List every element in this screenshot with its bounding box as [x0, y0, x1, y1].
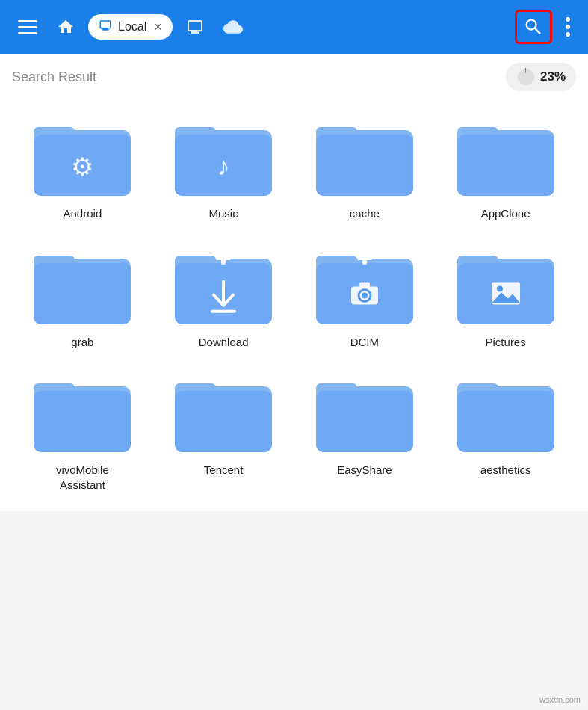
folder-name: grab: [71, 335, 93, 350]
folder-item[interactable]: AppClone: [435, 103, 576, 232]
folder-name: Tencent: [204, 463, 244, 478]
folder-name: cache: [350, 206, 380, 221]
svg-rect-17: [457, 135, 554, 196]
folder-icon-wrap: [175, 373, 272, 455]
folder-shape: [34, 245, 131, 327]
svg-marker-31: [357, 248, 372, 260]
folder-shape: [34, 373, 131, 455]
folder-icon-wrap: [457, 245, 554, 327]
folder-item[interactable]: ⚙ Android: [12, 103, 153, 232]
svg-point-5: [522, 73, 530, 81]
search-result-label: Search Result: [12, 70, 96, 85]
tab-computer-icon: [99, 19, 112, 35]
folder-overlay-icon: [208, 278, 239, 321]
svg-point-0: [566, 17, 570, 22]
folder-shape: [316, 373, 413, 455]
nav-screen-icon[interactable]: [180, 12, 210, 42]
svg-point-1: [566, 25, 570, 29]
folder-item[interactable]: cache: [294, 103, 436, 232]
folder-item[interactable]: aesthetics: [435, 359, 576, 502]
svg-rect-51: [316, 391, 413, 452]
folder-item[interactable]: ♪ Music: [153, 103, 294, 232]
folder-item[interactable]: Tencent: [153, 359, 294, 502]
folder-name: vivoMobile Assistant: [56, 463, 109, 492]
folder-shape: [457, 373, 554, 455]
watermark: wsxdn.com: [539, 695, 581, 704]
svg-point-35: [362, 292, 368, 298]
folder-icon-wrap: [457, 373, 554, 455]
folder-name: Pictures: [486, 335, 526, 350]
svg-rect-48: [175, 391, 272, 452]
cloud-icon[interactable]: [217, 11, 249, 43]
folder-icon-wrap: [316, 117, 413, 199]
top-bar: Local ×: [0, 0, 588, 54]
tab-close-icon[interactable]: ×: [154, 19, 162, 35]
folder-icon-wrap: [34, 373, 131, 455]
content-area: Search Result 23% ⚙ Android: [0, 54, 588, 511]
svg-rect-36: [359, 282, 370, 287]
subheader: Search Result 23%: [12, 63, 576, 91]
more-options-icon[interactable]: [560, 11, 576, 43]
svg-point-41: [497, 285, 503, 291]
folder-item[interactable]: Pictures: [435, 232, 576, 360]
folder-name: AppClone: [481, 206, 530, 221]
folder-grid: ⚙ Android ♪ Music cac: [12, 103, 576, 502]
folder-item[interactable]: DCIM: [294, 232, 436, 360]
svg-point-2: [566, 32, 570, 37]
folder-icon-wrap: [316, 245, 413, 327]
folder-shape: [175, 373, 272, 455]
storage-percentage: 23%: [540, 70, 566, 84]
svg-rect-32: [362, 259, 367, 265]
folder-overlay-icon: [350, 280, 380, 311]
folder-item[interactable]: vivoMobile Assistant: [12, 359, 153, 502]
folder-overlay-icon: ♪: [217, 152, 230, 181]
svg-rect-20: [34, 263, 131, 324]
storage-pie-chart: [516, 67, 536, 87]
svg-marker-24: [216, 248, 231, 260]
folder-icon-wrap: [316, 373, 413, 455]
folder-item[interactable]: EasyShare: [294, 359, 436, 502]
tab-pill[interactable]: Local ×: [88, 14, 173, 40]
folder-item[interactable]: grab: [12, 232, 153, 360]
folder-name: Music: [209, 206, 238, 221]
folder-name: DCIM: [350, 335, 379, 350]
folder-shape: [316, 117, 413, 199]
svg-rect-25: [221, 259, 226, 265]
svg-rect-54: [457, 391, 554, 452]
folder-icon-wrap: ⚙: [34, 117, 131, 199]
folder-icon-wrap: ♪: [175, 117, 272, 199]
folder-icon-wrap: [175, 245, 272, 327]
folder-name: Download: [199, 335, 249, 350]
folder-item[interactable]: Download: [153, 232, 294, 360]
folder-overlay-icon: ⚙: [71, 152, 93, 182]
folder-icon-wrap: [457, 117, 554, 199]
svg-rect-14: [316, 135, 413, 196]
tab-label: Local: [118, 20, 146, 34]
folder-name: aesthetics: [480, 463, 531, 478]
folder-shape: [457, 117, 554, 199]
folder-name: Android: [64, 206, 102, 221]
folder-icon-wrap: [34, 245, 131, 327]
storage-badge[interactable]: 23%: [506, 63, 576, 91]
home-icon[interactable]: [51, 12, 81, 42]
svg-rect-45: [34, 391, 131, 452]
folder-name: EasyShare: [337, 463, 392, 478]
search-button[interactable]: [515, 10, 552, 44]
hamburger-icon[interactable]: [12, 14, 43, 40]
folder-overlay-icon: [490, 280, 522, 311]
